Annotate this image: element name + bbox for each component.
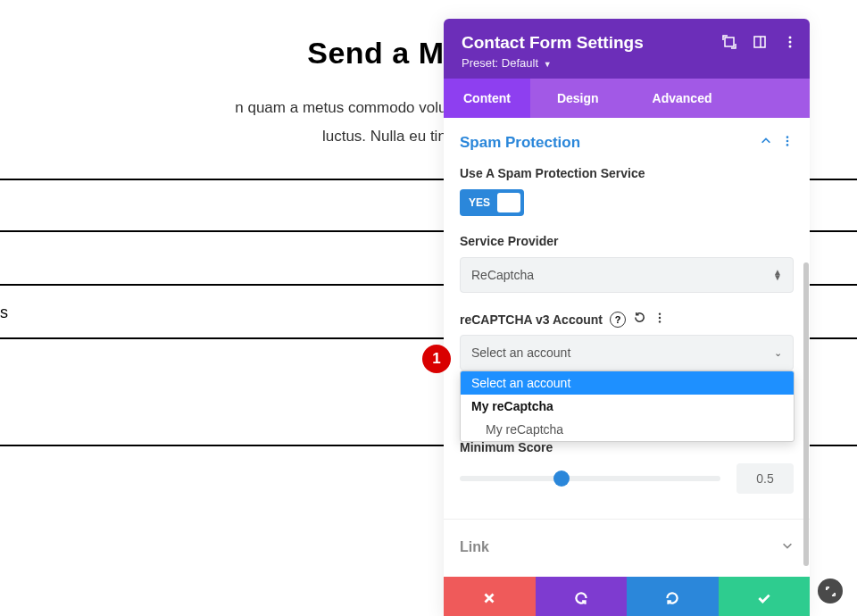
- scrollbar[interactable]: [803, 262, 809, 566]
- dropdown-option-account[interactable]: My reCaptcha: [461, 418, 794, 441]
- callout-badge-1: 1: [422, 345, 451, 373]
- section-more-icon[interactable]: [781, 135, 794, 151]
- toggle-text: YES: [469, 196, 490, 209]
- field-more-icon[interactable]: [653, 312, 666, 328]
- svg-point-10: [659, 316, 661, 318]
- svg-point-3: [789, 37, 792, 39]
- preset-selector[interactable]: Preset: Default ▼: [462, 56, 792, 70]
- chevron-down-icon[interactable]: [781, 539, 794, 555]
- svg-point-11: [659, 320, 661, 322]
- preset-value: Default: [502, 56, 538, 70]
- section-link-title[interactable]: Link: [460, 539, 489, 555]
- account-select[interactable]: Select an account ⌄: [460, 335, 794, 370]
- cancel-button[interactable]: [444, 577, 536, 616]
- dropdown-option-placeholder[interactable]: Select an account: [461, 371, 794, 395]
- min-score-slider[interactable]: [460, 476, 720, 481]
- svg-rect-1: [754, 37, 765, 47]
- more-icon[interactable]: [783, 35, 797, 49]
- save-button[interactable]: [719, 577, 811, 616]
- preset-label: Preset:: [462, 56, 498, 70]
- tab-content[interactable]: Content: [444, 79, 530, 118]
- expand-icon[interactable]: [722, 35, 736, 53]
- panel-header: Contact Form Settings Preset: Default ▼: [444, 19, 810, 79]
- slider-thumb[interactable]: [553, 470, 570, 487]
- tabs: Content Design Advanced: [444, 79, 810, 118]
- svg-point-6: [786, 136, 789, 138]
- undo-button[interactable]: [536, 577, 628, 616]
- caret-down-icon: ▼: [544, 60, 552, 69]
- provider-label: Service Provider: [460, 234, 794, 248]
- provider-value: ReCaptcha: [471, 268, 534, 282]
- account-label: reCAPTCHA v3 Account: [460, 312, 603, 327]
- redo-button[interactable]: [627, 577, 719, 616]
- select-arrows-icon: ▲▼: [773, 270, 782, 280]
- field-partial-text: s: [0, 304, 8, 321]
- svg-point-7: [786, 140, 789, 143]
- svg-point-8: [786, 144, 789, 146]
- toggle-knob: [497, 193, 520, 212]
- reset-icon[interactable]: [633, 311, 646, 328]
- account-placeholder: Select an account: [471, 345, 570, 360]
- provider-select[interactable]: ReCaptcha ▲▼: [460, 257, 794, 293]
- spam-toggle[interactable]: YES: [460, 189, 524, 216]
- resize-handle[interactable]: [818, 579, 843, 604]
- use-service-label: Use A Spam Protection Service: [460, 166, 794, 180]
- tab-advanced[interactable]: Advanced: [626, 79, 739, 118]
- layout-icon[interactable]: [753, 35, 767, 53]
- chevron-down-icon: ⌄: [774, 347, 782, 359]
- svg-point-4: [789, 41, 792, 44]
- footer-bar: [444, 577, 810, 616]
- min-score-value[interactable]: 0.5: [736, 463, 794, 494]
- min-score-label: Minimum Score: [460, 440, 794, 454]
- help-icon[interactable]: ?: [610, 312, 626, 328]
- svg-point-9: [659, 312, 661, 314]
- panel-body: Spam Protection Use A Spam Protection Se…: [444, 118, 810, 577]
- tab-design[interactable]: Design: [530, 79, 626, 118]
- dropdown-option-group[interactable]: My reCaptcha: [461, 395, 794, 418]
- chevron-up-icon[interactable]: [760, 135, 772, 151]
- svg-point-5: [789, 46, 792, 48]
- section-spam-title[interactable]: Spam Protection: [460, 134, 580, 152]
- svg-rect-0: [725, 37, 734, 46]
- settings-panel: Contact Form Settings Preset: Default ▼ …: [444, 19, 810, 616]
- account-dropdown: Select an account My reCaptcha My reCapt…: [460, 370, 795, 442]
